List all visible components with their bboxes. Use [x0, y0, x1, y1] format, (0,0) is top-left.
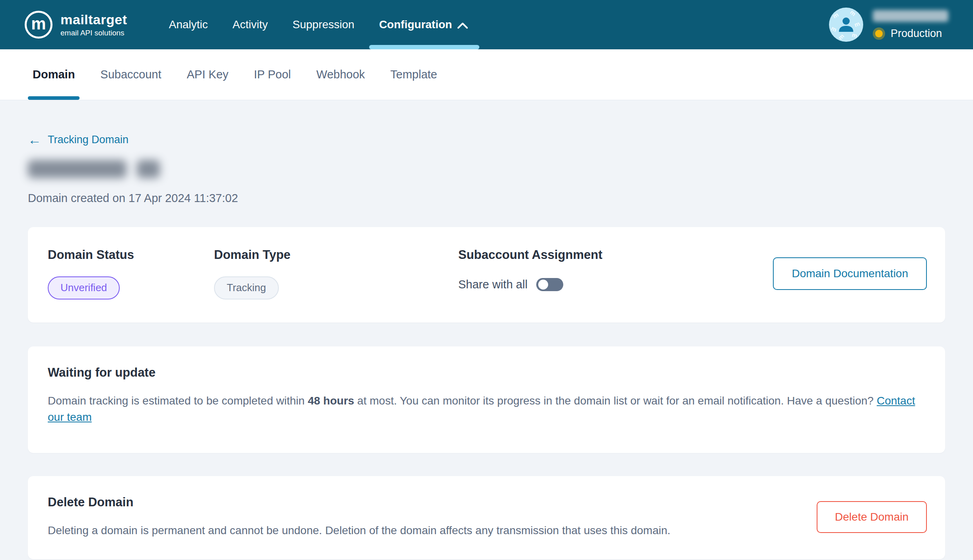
waiting-body-text: Domain tracking is estimated to be compl…: [48, 395, 308, 407]
main-nav: Analytic Activity Suppression Configurat…: [157, 0, 481, 49]
nav-item-label: Suppression: [292, 18, 354, 31]
tab-api-key[interactable]: API Key: [174, 49, 241, 100]
delete-domain-text: Delete Domain Deleting a domain is perma…: [48, 495, 793, 539]
nav-item-suppression[interactable]: Suppression: [280, 0, 367, 49]
user-avatar[interactable]: m m m m m m: [829, 8, 863, 42]
nav-item-label: Activity: [233, 18, 268, 31]
nav-item-label: Analytic: [169, 18, 208, 31]
tab-label: IP Pool: [254, 68, 291, 81]
delete-domain-body: Deleting a domain is permanent and canno…: [48, 522, 793, 539]
subaccount-assignment-section: Subaccount Assignment Share with all: [458, 248, 773, 291]
tab-template[interactable]: Template: [378, 49, 450, 100]
waiting-body: Domain tracking is estimated to be compl…: [48, 393, 925, 425]
share-with-all-toggle[interactable]: [536, 278, 563, 291]
brand-logo-icon: m: [25, 11, 53, 39]
type-badge: Tracking: [214, 276, 279, 299]
domain-status-label: Domain Status: [48, 248, 214, 262]
domain-type-label: Domain Type: [214, 248, 458, 262]
tab-label: Domain: [33, 68, 75, 81]
nav-item-activity[interactable]: Activity: [220, 0, 280, 49]
nav-item-configuration[interactable]: Configuration: [367, 0, 481, 49]
brand-tagline: email API solutions: [60, 29, 127, 37]
brand-logo[interactable]: m mailtarget email API solutions: [25, 11, 127, 39]
toggle-knob: [538, 280, 548, 290]
delete-domain-button[interactable]: Delete Domain: [817, 501, 927, 533]
tab-label: Template: [390, 68, 437, 81]
back-arrow-icon: ←: [28, 133, 41, 146]
tab-label: Subaccount: [100, 68, 161, 81]
waiting-title: Waiting for update: [48, 366, 925, 380]
environment-label: Production: [891, 27, 942, 40]
chevron-up-icon: [457, 22, 468, 29]
avatar-pattern-m: m: [837, 33, 845, 41]
domain-name-blur-segment: [28, 160, 126, 178]
nav-item-analytic[interactable]: Analytic: [157, 0, 220, 49]
tab-ip-pool[interactable]: IP Pool: [241, 49, 304, 100]
delete-domain-card: Delete Domain Deleting a domain is perma…: [28, 476, 945, 559]
domain-type-section: Domain Type Tracking: [214, 248, 458, 299]
config-tabs: Domain Subaccount API Key IP Pool Webhoo…: [0, 49, 973, 100]
domain-created-line: Domain created on 17 Apr 2024 11:37:02: [28, 192, 945, 205]
domain-documentation-button[interactable]: Domain Documentation: [773, 257, 927, 290]
tab-label: Webhook: [316, 68, 365, 81]
waiting-body-text: at most. You can monitor its progress in…: [354, 395, 877, 407]
domain-status-section: Domain Status Unverified: [48, 248, 214, 299]
user-info: Production: [873, 10, 948, 40]
status-badge: Unverified: [48, 276, 120, 299]
page-content: ← Tracking Domain Domain created on 17 A…: [0, 133, 973, 559]
production-status-dot: [875, 30, 883, 37]
tab-subaccount[interactable]: Subaccount: [88, 49, 174, 100]
person-icon: [837, 16, 855, 33]
environment-row[interactable]: Production: [873, 27, 948, 40]
tab-label: API Key: [187, 68, 229, 81]
waiting-for-update-card: Waiting for update Domain tracking is es…: [28, 346, 945, 453]
subaccount-assignment-label: Subaccount Assignment: [458, 248, 773, 262]
tab-webhook[interactable]: Webhook: [304, 49, 378, 100]
top-navbar: m mailtarget email API solutions Analyti…: [0, 0, 973, 49]
brand-title: mailtarget: [60, 12, 127, 27]
share-with-all-row: Share with all: [458, 278, 773, 291]
brand-text: mailtarget email API solutions: [60, 12, 127, 37]
user-name-blurred: [873, 10, 948, 22]
user-area: m m m m m m Production: [829, 8, 948, 42]
back-link-label: Tracking Domain: [48, 134, 128, 146]
nav-item-label: Configuration: [379, 18, 452, 31]
domain-overview-card: Domain Status Unverified Domain Type Tra…: [28, 227, 945, 323]
brand-logo-letter: m: [31, 16, 46, 32]
domain-name-blurred: [28, 160, 945, 178]
back-link[interactable]: ← Tracking Domain: [28, 133, 128, 146]
share-with-all-label: Share with all: [458, 278, 527, 291]
waiting-body-bold: 48 hours: [308, 395, 354, 407]
domain-name-blur-segment: [137, 160, 160, 178]
delete-domain-title: Delete Domain: [48, 495, 793, 509]
tab-domain[interactable]: Domain: [20, 49, 88, 100]
